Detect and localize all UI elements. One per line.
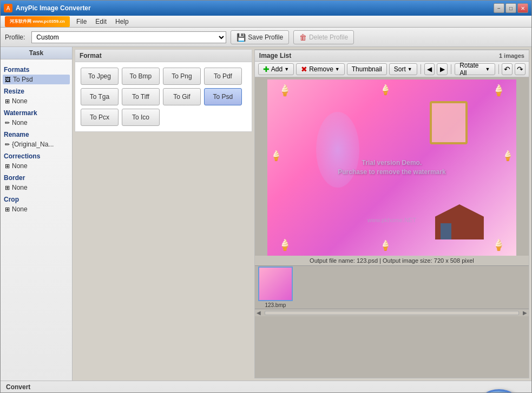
restore-button[interactable]: □ <box>505 3 516 13</box>
convert-header: Convert <box>6 383 30 391</box>
profile-label: Profile: <box>5 34 25 41</box>
preview-info: Output file name: 123.psd | Output image… <box>255 256 529 265</box>
profile-combo[interactable]: Custom <box>31 31 226 43</box>
rotate-all-button[interactable]: Rotate All ▼ <box>455 63 495 75</box>
format-btn-tiff[interactable]: To Tiff <box>122 88 160 105</box>
delete-profile-label: Delete Profile <box>309 34 348 41</box>
horizontal-scrollbar[interactable]: ◀ ▶ <box>255 309 529 316</box>
thumbnail-label: Thumbnail <box>352 65 382 73</box>
sidebar-item-border[interactable]: ⊞ None <box>3 183 70 192</box>
watermark-icon: ✏ <box>5 119 10 126</box>
logo: 河东软件网 www.pc0359.cn <box>5 16 70 27</box>
format-btn-pdf[interactable]: To Pdf <box>204 68 242 85</box>
sort-dropdown-icon[interactable]: ▼ <box>408 66 412 72</box>
section-title-border: Border <box>4 174 69 182</box>
start-button[interactable]: START <box>477 389 521 394</box>
thumbnail-button[interactable]: Thumbnail <box>347 63 387 75</box>
format-btn-psd[interactable]: To Psd <box>204 88 242 105</box>
section-title-crop: Crop <box>4 196 69 203</box>
separator-1 <box>421 64 421 74</box>
image-list-header: Image List 1 images <box>254 50 529 61</box>
next-button[interactable]: ▶ <box>437 63 448 75</box>
section-title-watermark: Watermark <box>4 109 69 117</box>
title-bar-left: A AnyPic Image Converter <box>4 4 91 12</box>
menu-edit[interactable]: Edit <box>91 17 111 26</box>
border-icon: ⊞ <box>5 184 10 191</box>
remove-label: Remove <box>309 65 333 73</box>
section-title-rename: Rename <box>4 131 69 138</box>
sidebar-item-resize[interactable]: ⊞ None <box>3 96 70 106</box>
deco-popsicle-4: 🍦 <box>492 238 505 251</box>
sidebar-item-rename[interactable]: ✏ {Original_Na... <box>3 139 70 149</box>
deco-popsicle-5: 🍦 <box>270 150 282 162</box>
thumbnail-strip: 123.bmp <box>255 265 529 309</box>
deco-popsicle-1: 🍦 <box>278 84 292 97</box>
undo-button[interactable]: ↶ <box>502 63 513 75</box>
image-list-body: 🍦 🍦 🍦 🍦 🍦 🍦 🍦 🍦 Trial version Demo. Purc… <box>254 77 529 378</box>
add-dropdown-icon[interactable]: ▼ <box>284 66 289 72</box>
save-profile-button[interactable]: 💾 Save Profile <box>231 30 289 44</box>
remove-dropdown-icon[interactable]: ▼ <box>335 66 340 72</box>
watermark-label: None <box>12 119 28 126</box>
separator-3 <box>498 64 499 74</box>
minimize-button[interactable]: − <box>494 3 504 13</box>
menu-file[interactable]: File <box>72 17 91 26</box>
deco-popsicle-2: 🍦 <box>492 84 505 97</box>
format-header: Format <box>75 50 252 62</box>
thumbnail-item-1[interactable] <box>258 267 293 301</box>
rotate-dropdown-icon[interactable]: ▼ <box>485 66 490 72</box>
sidebar-item-to-psd[interactable]: 🖼 To Psd <box>3 75 70 84</box>
prev-button[interactable]: ◀ <box>424 63 435 75</box>
rename-label: {Original_Na... <box>12 141 54 148</box>
save-icon: 💾 <box>237 33 246 42</box>
thumb-wrapper-1: 123.bmp <box>258 267 293 308</box>
format-btn-png[interactable]: To Png <box>163 68 201 85</box>
section-title-corrections: Corrections <box>4 152 69 160</box>
sidebar-item-corrections[interactable]: ⊞ None <box>3 161 70 171</box>
sidebar-item-watermark[interactable]: ✏ None <box>3 118 70 128</box>
format-btn-tga[interactable]: To Tga <box>81 88 119 105</box>
format-btn-bmp[interactable]: To Bmp <box>122 68 160 85</box>
corrections-icon: ⊞ <box>5 163 10 170</box>
preview-image: 🍦 🍦 🍦 🍦 🍦 🍦 🍦 🍦 Trial version Demo. Purc… <box>267 79 516 256</box>
crop-label: None <box>12 205 28 213</box>
format-btn-jpeg[interactable]: To Jpeg <box>81 68 119 85</box>
convert-area: Convert Destination Folder: 📁 Browse... … <box>1 381 531 393</box>
left-panel: Task Formats 🖼 To Psd Resize ⊞ None Wate… <box>1 47 73 381</box>
remove-button[interactable]: ✖ Remove ▼ <box>296 63 345 75</box>
image-list-panel: Image List 1 images ✚ Add ▼ ✖ Remove ▼ T… <box>254 49 529 378</box>
redo-button[interactable]: ↷ <box>515 63 526 75</box>
menu-bar: 河东软件网 www.pc0359.cn File Edit Help <box>1 16 531 28</box>
deco-popsicle-8: 🍦 <box>379 239 391 251</box>
psd-icon: 🖼 <box>5 76 11 83</box>
section-title-formats: Formats <box>4 66 69 74</box>
resize-icon: ⊞ <box>5 98 10 105</box>
deco-popsicle-7: 🍦 <box>379 84 391 96</box>
delete-profile-button[interactable]: 🗑 Delete Profile <box>293 30 354 44</box>
logo-text: 河东软件网 www.pc0359.cn <box>9 18 66 24</box>
scroll-track[interactable] <box>265 311 519 315</box>
delete-icon: 🗑 <box>299 33 307 42</box>
format-btn-gif[interactable]: To Gif <box>163 88 201 105</box>
format-buttons: To Jpeg To Bmp To Png To Pdf To Tga To T… <box>75 62 252 131</box>
image-list-title: Image List <box>259 52 291 59</box>
add-button[interactable]: ✚ Add ▼ <box>258 63 294 75</box>
separator-2 <box>451 64 451 74</box>
format-btn-pcx[interactable]: To Pcx <box>81 109 119 126</box>
title-bar: A AnyPic Image Converter − □ ✕ <box>1 1 531 16</box>
scroll-right-arrow[interactable]: ▶ <box>521 310 529 316</box>
save-profile-label: Save Profile <box>248 34 283 41</box>
task-header: Task <box>1 47 72 59</box>
logo-area: 河东软件网 www.pc0359.cn <box>3 16 72 27</box>
rename-icon: ✏ <box>5 141 10 148</box>
format-btn-ico[interactable]: To Ico <box>122 109 160 126</box>
left-panel-content: Formats 🖼 To Psd Resize ⊞ None Watermark… <box>1 59 72 217</box>
scroll-left-arrow[interactable]: ◀ <box>255 310 262 316</box>
toolbar: Profile: Custom 💾 Save Profile 🗑 Delete … <box>1 28 531 47</box>
sort-button[interactable]: Sort ▼ <box>389 63 417 75</box>
close-button[interactable]: ✕ <box>517 3 528 13</box>
resize-label: None <box>12 97 28 105</box>
window-title: AnyPic Image Converter <box>16 4 91 12</box>
menu-help[interactable]: Help <box>111 17 133 26</box>
sidebar-item-crop[interactable]: ⊞ None <box>3 204 70 214</box>
